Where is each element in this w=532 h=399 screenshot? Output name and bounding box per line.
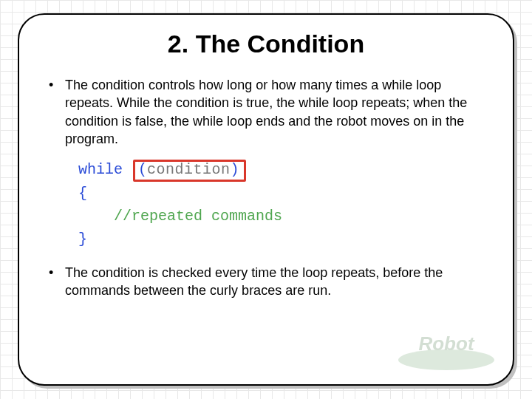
code-brace-open: {	[78, 185, 87, 202]
code-paren-open: (	[138, 161, 147, 178]
code-brace-close: }	[78, 231, 87, 248]
code-line: //repeated commands	[78, 205, 483, 228]
slide-frame: 2. The Condition • The condition control…	[18, 13, 514, 386]
svg-point-0	[398, 349, 494, 370]
code-line: {	[78, 182, 483, 205]
code-paren-close: )	[231, 161, 239, 178]
condition-highlight: (condition)	[133, 160, 246, 182]
bullet-text: The condition is checked every time the …	[65, 264, 483, 300]
code-block: while (condition) { //repeated commands …	[78, 158, 483, 250]
bullet-dot-icon: •	[49, 76, 65, 148]
bullet-dot-icon: •	[49, 264, 65, 300]
code-line: }	[78, 228, 483, 250]
list-item: • The condition controls how long or how…	[49, 76, 483, 148]
code-identifier: condition	[147, 161, 231, 178]
watermark-text: Robot	[418, 332, 474, 355]
bullet-list: • The condition controls how long or how…	[49, 76, 483, 148]
bullet-text: The condition controls how long or how m…	[65, 76, 483, 148]
slide-title: 2. The Condition	[49, 30, 483, 58]
watermark-logo: Robot	[395, 327, 498, 371]
bullet-list: • The condition is checked every time th…	[49, 264, 483, 300]
code-keyword: while	[78, 161, 123, 178]
code-line: while (condition)	[78, 158, 483, 182]
code-comment: //repeated commands	[114, 208, 282, 225]
list-item: • The condition is checked every time th…	[49, 264, 483, 300]
